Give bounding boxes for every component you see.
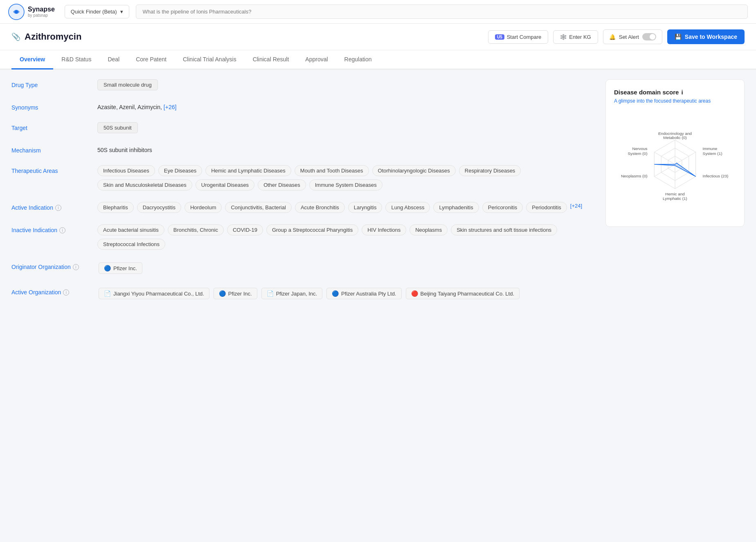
active-org-info-icon: i (63, 289, 69, 296)
svg-text:System (1): System (1) (703, 151, 722, 156)
synonyms-value: Azasite, Azenil, Azimycin, [+26] (97, 102, 596, 110)
org-pfizer-australia[interactable]: 🔵 Pfizer Australia Pty Ltd. (326, 288, 401, 299)
enter-kg-button[interactable]: 🕸️ Enter KG (553, 30, 598, 44)
pfizer-japan-icon: 📄 (267, 290, 274, 297)
synonyms-link[interactable]: [+26] (164, 104, 177, 110)
tag-hordeolum[interactable]: Hordeolum (184, 202, 222, 213)
tag-streptococcal-pharyngitis[interactable]: Group a Streptococcal Pharyngitis (266, 224, 358, 235)
tab-clinical-trial[interactable]: Clinical Trial Analysis (175, 50, 245, 69)
drug-type-row: Drug Type Small molecule drug (11, 79, 596, 90)
tag-blepharitis[interactable]: Blepharitis (97, 202, 134, 213)
drug-type-badge: Small molecule drug (97, 79, 158, 90)
main-content: Drug Type Small molecule drug Synonyms A… (0, 69, 756, 322)
tab-approval[interactable]: Approval (297, 50, 336, 69)
tag-streptococcal-infections[interactable]: Streptococcal Infections (97, 239, 165, 250)
org-pfizer[interactable]: 🔵 Pfizer Inc. (214, 288, 257, 299)
tag-pericoronitis[interactable]: Pericoronitis (482, 202, 523, 213)
svg-text:Immune: Immune (703, 146, 718, 151)
tag-lymphadenitis[interactable]: Lymphadenitis (433, 202, 479, 213)
start-compare-button[interactable]: U5 Start Compare (488, 30, 548, 44)
tag-hiv-infections[interactable]: HIV Infections (362, 224, 406, 235)
alert-toggle[interactable] (642, 33, 656, 40)
tab-overview[interactable]: Overview (11, 50, 53, 69)
alert-icon: 🔔 (609, 34, 616, 40)
quick-finder-button[interactable]: Quick Finder (Beta) ▾ (65, 5, 129, 18)
tab-core-patent[interactable]: Core Patent (128, 50, 175, 69)
radar-chart: Endocrinology and Metabolic (0) Immune S… (614, 111, 736, 217)
target-badge: 50S subunit (97, 122, 138, 133)
tag-laryngitis[interactable]: Laryngitis (348, 202, 382, 213)
svg-text:Nervous: Nervous (632, 146, 648, 151)
logo-name: Synapse (28, 6, 55, 13)
tab-deal[interactable]: Deal (99, 50, 128, 69)
active-org-row: Active Organization i 📄 Jiangxi Yiyou Ph… (11, 287, 596, 300)
tag-skin-tissue[interactable]: Skin structures and soft tissue infectio… (451, 224, 557, 235)
drug-type-value: Small molecule drug (97, 79, 596, 90)
tag-other-diseases[interactable]: Other Diseases (258, 179, 306, 190)
tag-covid19[interactable]: COVID-19 (227, 224, 263, 235)
svg-text:Infectious (23): Infectious (23) (703, 174, 729, 178)
tag-respiratory[interactable]: Respiratory Diseases (459, 165, 521, 176)
tag-skin-musculoskeletal[interactable]: Skin and Musculoskeletal Diseases (97, 179, 192, 190)
tag-acute-bacterial-sinusitis[interactable]: Acute bacterial sinusitis (97, 224, 164, 235)
active-org-label: Active Organization i (11, 287, 97, 296)
tag-hemic-lymphatic[interactable]: Hemic and Lymphatic Diseases (205, 165, 291, 176)
quick-finder-label: Quick Finder (Beta) (71, 9, 117, 15)
tag-immune-system[interactable]: Immune System Diseases (309, 179, 382, 190)
logo-sub: by patsnap (28, 13, 55, 18)
tag-eye-diseases[interactable]: Eye Diseases (158, 165, 202, 176)
originator-org-value: 🔵 Pfizer Inc. (97, 261, 596, 275)
compare-badge: U5 (495, 34, 504, 40)
kg-icon: 🕸️ (560, 34, 567, 40)
tag-neoplasms[interactable]: Neoplasms (410, 224, 448, 235)
synonyms-label: Synonyms (11, 102, 97, 111)
active-indication-label: Active Indication i (11, 202, 97, 211)
drug-title: Azithromycin (25, 31, 81, 42)
tag-urogenital[interactable]: Urogenital Diseases (196, 179, 254, 190)
save-icon: 💾 (675, 34, 682, 40)
set-alert-button[interactable]: 🔔 Set Alert (603, 29, 662, 44)
drug-title-area: 📎 Azithromycin (11, 31, 81, 42)
drug-header: 📎 Azithromycin U5 Start Compare 🕸️ Enter… (0, 24, 756, 50)
chevron-down-icon: ▾ (120, 9, 123, 15)
org-pfizer-japan[interactable]: 📄 Pfizer Japan, Inc. (261, 288, 322, 299)
target-value: 50S subunit (97, 122, 596, 133)
tag-acute-bronchitis[interactable]: Acute Bronchitis (295, 202, 345, 213)
inactive-indication-info-icon: i (59, 227, 65, 233)
tab-clinical-result[interactable]: Clinical Result (245, 50, 297, 69)
content-left: Drug Type Small molecule drug Synonyms A… (11, 79, 605, 312)
active-indication-more-link[interactable]: [+24] (570, 202, 582, 213)
tag-lung-abscess[interactable]: Lung Abscess (385, 202, 430, 213)
radar-chart-container: Endocrinology and Metabolic (0) Immune S… (614, 111, 736, 217)
tab-regulation[interactable]: Regulation (336, 50, 380, 69)
disease-score-info-icon: i (681, 89, 683, 96)
pfizer-australia-icon: 🔵 (332, 290, 339, 297)
tag-conjunctivitis[interactable]: Conjunctivitis, Bacterial (225, 202, 291, 213)
target-label: Target (11, 122, 97, 131)
org-beijing-taiyang[interactable]: 🔴 Beijing Taiyang Pharmaceutical Co. Ltd… (406, 288, 520, 299)
org-jiangxi[interactable]: 📄 Jiangxi Yiyou Pharmaceutical Co., Ltd. (99, 288, 209, 299)
search-input[interactable] (136, 4, 748, 19)
logo: Synapse by patsnap (8, 4, 55, 20)
svg-text:Hemic and: Hemic and (665, 192, 684, 196)
originator-org-row: Originator Organization i 🔵 Pfizer Inc. (11, 261, 596, 275)
active-indication-row: Active Indication i Blepharitis Dacryocy… (11, 202, 596, 213)
save-to-workspace-button[interactable]: 💾 Save to Workspace (667, 29, 745, 44)
tag-dacryocystitis[interactable]: Dacryocystitis (137, 202, 181, 213)
originator-info-icon: i (73, 264, 79, 270)
org-pfizer-inc[interactable]: 🔵 Pfizer Inc. (99, 262, 142, 274)
tag-otorhinolaryngologic[interactable]: Otorhinolaryngologic Diseases (372, 165, 456, 176)
active-indication-tags: Blepharitis Dacryocystitis Hordeolum Con… (97, 202, 596, 213)
tabs-bar: Overview R&D Status Deal Core Patent Cli… (0, 50, 756, 69)
mechanism-value: 50S subunit inhibitors (97, 145, 596, 153)
tab-rd-status[interactable]: R&D Status (53, 50, 99, 69)
tag-bronchitis-chronic[interactable]: Bronchitis, Chronic (168, 224, 224, 235)
beijing-icon: 🔴 (411, 290, 418, 297)
tag-mouth-tooth[interactable]: Mouth and Tooth Diseases (295, 165, 369, 176)
tag-periodontitis[interactable]: Periodontitis (526, 202, 567, 213)
top-nav: Synapse by patsnap Quick Finder (Beta) ▾ (0, 0, 756, 24)
active-indication-info-icon: i (55, 205, 61, 211)
inactive-indication-row: Inactive Indication i Acute bacterial si… (11, 224, 596, 250)
pfizer2-icon: 🔵 (219, 290, 226, 297)
tag-infectious-diseases[interactable]: Infectious Diseases (97, 165, 155, 176)
